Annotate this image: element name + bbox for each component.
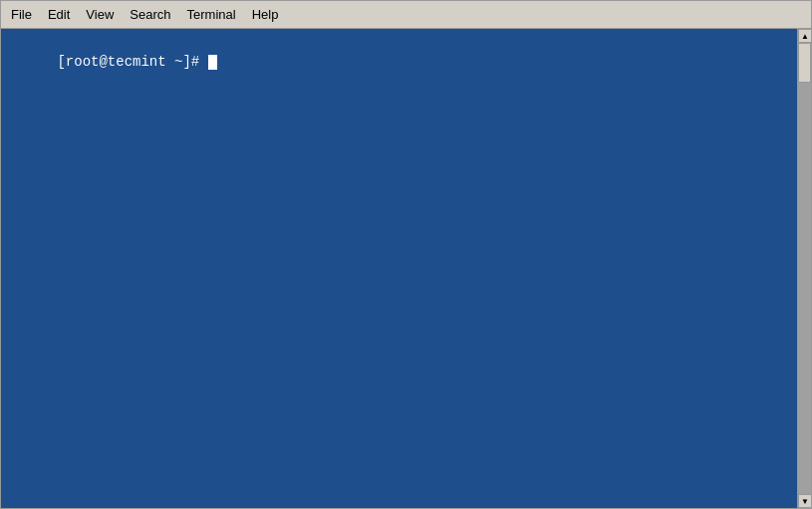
terminal-window: File Edit View Search Terminal Help [roo… [0, 0, 812, 509]
menu-edit[interactable]: Edit [40, 4, 78, 25]
scrollbar-down-button[interactable]: ▼ [798, 494, 811, 508]
menu-view[interactable]: View [78, 4, 122, 25]
menu-search[interactable]: Search [122, 4, 178, 25]
scrollbar-up-button[interactable]: ▲ [798, 29, 811, 43]
terminal-prompt: [root@tecmint ~]# [57, 54, 207, 70]
menu-help[interactable]: Help [244, 4, 287, 25]
terminal-area[interactable]: [root@tecmint ~]# ▲ ▼ [1, 29, 811, 508]
terminal-cursor [208, 55, 217, 70]
scrollbar-track [798, 43, 811, 494]
menu-terminal[interactable]: Terminal [179, 4, 244, 25]
scrollbar[interactable]: ▲ ▼ [797, 29, 811, 508]
menu-file[interactable]: File [3, 4, 40, 25]
scrollbar-thumb[interactable] [798, 43, 811, 83]
menubar: File Edit View Search Terminal Help [1, 1, 811, 29]
terminal-output: [root@tecmint ~]# [7, 33, 805, 92]
